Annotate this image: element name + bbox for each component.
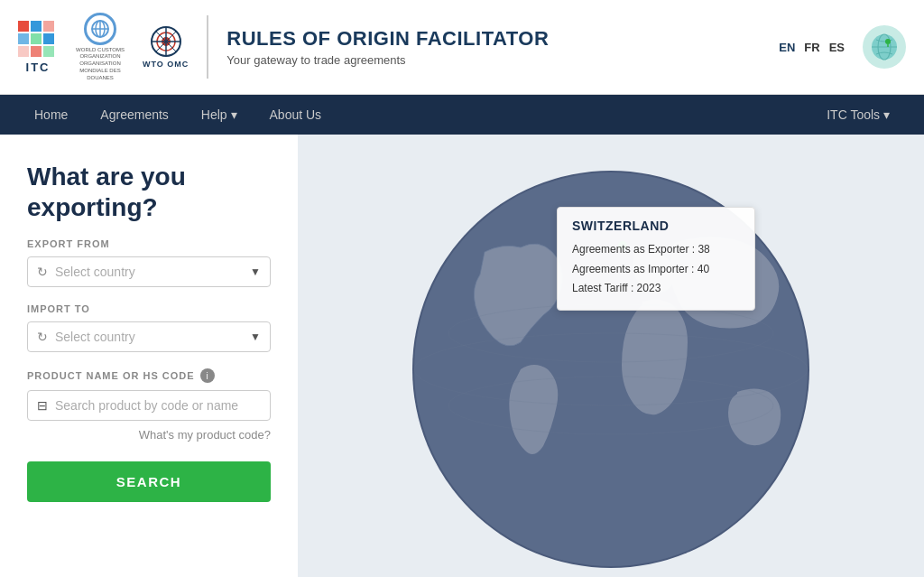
svg-rect-5 — [43, 33, 54, 44]
nav-right: ITC Tools ▾ — [810, 95, 906, 135]
wco-logo: WORLD CUSTOMS ORGANIZATION ORGANISATION … — [69, 13, 132, 82]
svg-rect-7 — [31, 46, 42, 57]
switzerland-tooltip: SWITZERLAND Agreements as Exporter : 38 … — [557, 207, 755, 311]
tooltip-exporter-value: 38 — [698, 243, 709, 256]
product-placeholder: Search product by code or name — [55, 398, 238, 413]
nav-help[interactable]: Help ▾ — [185, 95, 254, 135]
export-from-section: EXPORT FROM ↻ Select country ▼ — [27, 238, 271, 287]
export-from-label: EXPORT FROM — [27, 238, 271, 249]
import-to-icon: ↻ — [37, 330, 48, 344]
header: ITC WORLD CUSTOMS ORGANIZATION ORGANISAT… — [0, 0, 924, 95]
nav-about[interactable]: About Us — [254, 95, 338, 135]
lang-fr[interactable]: FR — [804, 41, 819, 54]
svg-rect-6 — [18, 46, 29, 57]
globe-icon[interactable] — [863, 25, 906, 69]
tooltip-importer-value: 40 — [698, 263, 709, 275]
nav-left: Home Agreements Help ▾ About Us — [18, 95, 810, 135]
site-title: RULES OF ORIGIN FACILITATOR — [226, 27, 779, 51]
wco-text: WORLD CUSTOMS ORGANIZATION ORGANISATION … — [69, 47, 132, 82]
search-button[interactable]: SEARCH — [27, 461, 271, 502]
product-input[interactable]: ⊟ Search product by code or name — [27, 390, 271, 421]
itc-tools-button[interactable]: ITC Tools ▾ — [810, 95, 906, 135]
import-to-arrow: ▼ — [250, 330, 261, 343]
globe-container: SWITZERLAND Agreements as Exporter : 38 … — [376, 135, 845, 577]
wto-label: WTO OMC — [143, 60, 189, 69]
nav-agreements[interactable]: Agreements — [84, 95, 184, 135]
svg-rect-1 — [31, 21, 42, 32]
main-content: What are you exporting? EXPORT FROM ↻ Se… — [0, 135, 924, 577]
tooltip-exporter-label: Agreements as Exporter : — [572, 243, 695, 256]
svg-point-23 — [885, 39, 891, 44]
tooltip-importer-label: Agreements as Importer : — [572, 263, 694, 275]
export-from-icon: ↻ — [37, 265, 48, 279]
svg-rect-0 — [18, 21, 29, 32]
product-info-icon[interactable]: i — [200, 368, 215, 383]
lang-es[interactable]: ES — [829, 41, 845, 54]
globe-icon-area — [863, 25, 906, 69]
wco-circle — [84, 13, 116, 45]
title-area: RULES OF ORIGIN FACILITATOR Your gateway… — [208, 27, 779, 67]
globe-svg — [376, 135, 845, 577]
language-switcher: EN FR ES — [779, 41, 845, 54]
product-label: PRODUCT NAME OR HS CODE — [27, 370, 195, 381]
svg-rect-3 — [18, 33, 29, 44]
tooltip-tariff-label: Latest Tariff : — [572, 282, 633, 294]
right-panel: SWITZERLAND Agreements as Exporter : 38 … — [298, 135, 924, 577]
left-panel: What are you exporting? EXPORT FROM ↻ Se… — [0, 135, 298, 577]
tooltip-country: SWITZERLAND — [572, 219, 740, 233]
export-from-placeholder: Select country — [55, 265, 243, 279]
tooltip-tariff-value: 2023 — [637, 282, 661, 294]
question-title: What are you exporting? — [27, 162, 271, 222]
product-section: PRODUCT NAME OR HS CODE i ⊟ Search produ… — [27, 368, 271, 442]
import-to-section: IMPORT TO ↻ Select country ▼ — [27, 303, 271, 352]
export-from-arrow: ▼ — [250, 265, 261, 278]
product-search-icon: ⊟ — [37, 398, 48, 413]
wto-logo: WTO OMC — [143, 25, 189, 69]
import-to-select[interactable]: ↻ Select country ▼ — [27, 321, 271, 352]
lang-en[interactable]: EN — [779, 41, 795, 54]
svg-rect-4 — [31, 33, 42, 44]
navbar: Home Agreements Help ▾ About Us ITC Tool… — [0, 95, 924, 135]
itc-label: ITC — [26, 60, 51, 74]
import-to-label: IMPORT TO — [27, 303, 271, 314]
site-subtitle: Your gateway to trade agreements — [226, 53, 779, 67]
export-from-select[interactable]: ↻ Select country ▼ — [27, 256, 271, 287]
svg-rect-8 — [43, 46, 54, 57]
svg-rect-2 — [43, 21, 54, 32]
logo-area: ITC WORLD CUSTOMS ORGANIZATION ORGANISAT… — [18, 15, 208, 79]
whats-my-code-link[interactable]: What's my product code? — [27, 428, 271, 442]
itc-logo: ITC — [18, 21, 58, 74]
product-label-row: PRODUCT NAME OR HS CODE i — [27, 368, 271, 383]
import-to-placeholder: Select country — [55, 330, 243, 344]
nav-home[interactable]: Home — [18, 95, 84, 135]
